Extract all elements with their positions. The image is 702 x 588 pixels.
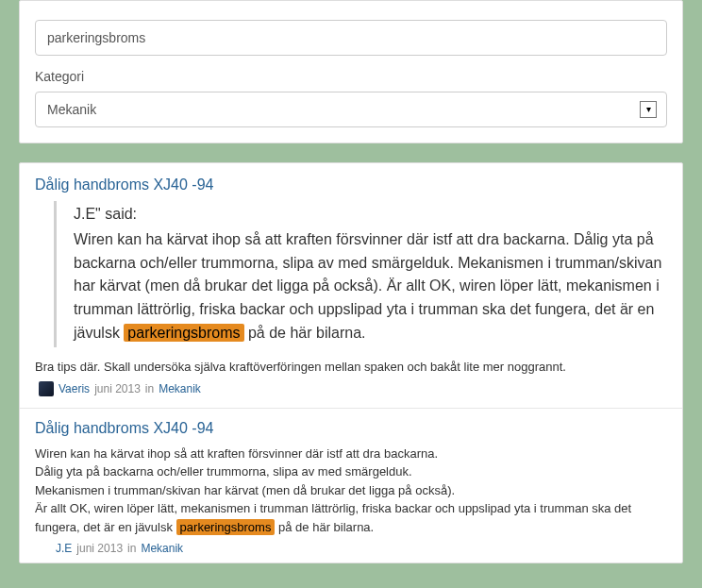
- result-date: juni 2013: [94, 382, 141, 395]
- quote-block: J.E" said: Wiren kan ha kärvat ihop så a…: [54, 201, 667, 347]
- avatar: [39, 381, 54, 396]
- meta-in: in: [127, 542, 136, 555]
- result-snippet: Bra tips där. Skall undersöka själva kra…: [35, 359, 667, 376]
- category-link[interactable]: Mekanik: [141, 542, 183, 555]
- results-panel: Dålig handbroms XJ40 -94 J.E" said: Wire…: [19, 162, 683, 563]
- result-date: juni 2013: [76, 542, 123, 555]
- category-selected-value: Mekanik: [47, 102, 96, 117]
- body-post: på de här bilarna.: [275, 520, 374, 534]
- chevron-down-icon: ▾: [640, 101, 657, 118]
- search-result: Dålig handbroms XJ40 -94 Wiren kan ha kä…: [35, 420, 667, 556]
- meta-in: in: [145, 382, 154, 395]
- search-result: Dålig handbroms XJ40 -94 J.E" said: Wire…: [35, 176, 667, 396]
- result-meta: Vaeris juni 2013 in Mekanik: [39, 381, 667, 396]
- search-highlight: parkeringsbroms: [176, 519, 276, 535]
- result-title-link[interactable]: Dålig handbroms XJ40 -94: [35, 176, 667, 193]
- search-panel: Kategori Mekanik ▾: [19, 0, 683, 143]
- category-label: Kategori: [35, 69, 667, 84]
- result-body: Wiren kan ha kärvat ihop så att kraften …: [35, 445, 667, 537]
- quote-author: J.E" said:: [74, 203, 667, 227]
- search-input[interactable]: [35, 20, 667, 56]
- author-link[interactable]: J.E: [56, 542, 72, 555]
- author-link[interactable]: Vaeris: [58, 382, 90, 395]
- category-select[interactable]: Mekanik ▾: [35, 92, 667, 127]
- quote-body-post: på de här bilarna.: [244, 325, 366, 341]
- search-highlight: parkeringsbroms: [124, 324, 243, 342]
- result-divider: [20, 408, 682, 409]
- result-meta: J.E juni 2013 in Mekanik: [56, 542, 667, 555]
- category-link[interactable]: Mekanik: [159, 382, 201, 395]
- result-title-link[interactable]: Dålig handbroms XJ40 -94: [35, 420, 667, 437]
